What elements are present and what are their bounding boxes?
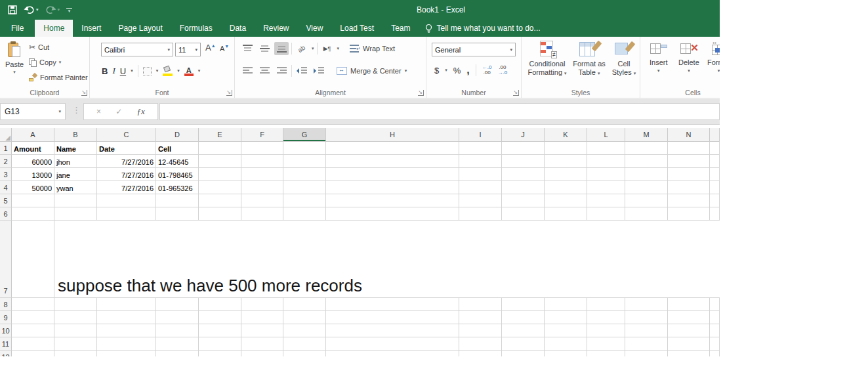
cell-A7[interactable] <box>12 221 54 298</box>
cell-K11[interactable] <box>545 337 587 351</box>
cell-H11[interactable] <box>326 337 459 351</box>
cell-H7[interactable] <box>326 221 459 298</box>
cell-E3[interactable] <box>199 168 241 181</box>
cell-N1[interactable] <box>668 142 710 155</box>
cell-D5[interactable] <box>156 194 199 207</box>
column-header-L[interactable]: L <box>587 128 625 142</box>
cell-K9[interactable] <box>545 311 587 324</box>
cell-A9[interactable] <box>12 311 54 324</box>
cell-F1[interactable] <box>241 142 283 155</box>
cell-D2[interactable]: 12-45645 <box>156 155 199 168</box>
row-header-5[interactable]: 5 <box>0 194 12 207</box>
cell-F10[interactable] <box>241 324 283 337</box>
cell-H5[interactable] <box>326 194 459 207</box>
cell-I4[interactable] <box>459 181 502 194</box>
cell-A4[interactable]: 50000 <box>12 181 54 194</box>
cell-H4[interactable] <box>326 181 459 194</box>
cell-C1[interactable]: Date <box>97 142 156 155</box>
cell-O5[interactable] <box>710 194 720 207</box>
cell-J6[interactable] <box>502 207 545 221</box>
cell-N11[interactable] <box>668 337 710 351</box>
cell-O9[interactable] <box>710 311 720 324</box>
cell-E6[interactable] <box>199 207 241 221</box>
cell-M12[interactable] <box>625 351 668 356</box>
cell-C8[interactable] <box>97 298 156 311</box>
cell-L11[interactable] <box>587 337 625 351</box>
cell-J7[interactable] <box>502 221 545 298</box>
column-header-partial[interactable] <box>710 128 720 142</box>
cell-F6[interactable] <box>241 207 283 221</box>
cell-O3[interactable] <box>710 168 720 181</box>
cell-B4[interactable]: ywan <box>54 181 97 194</box>
cell-D7[interactable] <box>156 221 199 298</box>
cell-A12[interactable] <box>12 351 54 356</box>
cell-D6[interactable] <box>156 207 199 221</box>
cell-G2[interactable] <box>283 155 326 168</box>
cell-L5[interactable] <box>587 194 625 207</box>
cell-E8[interactable] <box>199 298 241 311</box>
cell-B9[interactable] <box>54 311 97 324</box>
cell-A2[interactable]: 60000 <box>12 155 54 168</box>
cell-F3[interactable] <box>241 168 283 181</box>
column-header-A[interactable]: A <box>12 128 54 142</box>
cell-O4[interactable] <box>710 181 720 194</box>
cell-E1[interactable] <box>199 142 241 155</box>
row-header-3[interactable]: 3 <box>0 168 12 181</box>
cell-D8[interactable] <box>156 298 199 311</box>
cell-C3[interactable]: 7/27/2016 <box>97 168 156 181</box>
cell-B3[interactable]: jane <box>54 168 97 181</box>
cell-K2[interactable] <box>545 155 587 168</box>
cell-D11[interactable] <box>156 337 199 351</box>
cell-J8[interactable] <box>502 298 545 311</box>
column-header-E[interactable]: E <box>199 128 241 142</box>
cell-C7[interactable] <box>97 221 156 298</box>
cell-N12[interactable] <box>668 351 710 356</box>
cell-E11[interactable] <box>199 337 241 351</box>
cell-E2[interactable] <box>199 155 241 168</box>
cell-M1[interactable] <box>625 142 668 155</box>
cell-I5[interactable] <box>459 194 502 207</box>
cell-N7[interactable] <box>668 221 710 298</box>
cell-B11[interactable] <box>54 337 97 351</box>
cell-N2[interactable] <box>668 155 710 168</box>
select-all-button[interactable]: ◢ <box>0 128 12 142</box>
column-header-I[interactable]: I <box>459 128 502 142</box>
cell-B6[interactable] <box>54 207 97 221</box>
cell-O6[interactable] <box>710 207 720 221</box>
column-header-M[interactable]: M <box>625 128 668 142</box>
row-header-8[interactable]: 8 <box>0 298 12 311</box>
cell-I1[interactable] <box>459 142 502 155</box>
cell-A11[interactable] <box>12 337 54 351</box>
row-header-7[interactable]: 7 <box>0 221 12 298</box>
column-header-G[interactable]: G <box>283 128 326 142</box>
cell-M5[interactable] <box>625 194 668 207</box>
cell-J5[interactable] <box>502 194 545 207</box>
cell-O1[interactable] <box>710 142 720 155</box>
cell-K7[interactable] <box>545 221 587 298</box>
cell-J11[interactable] <box>502 337 545 351</box>
cell-C4[interactable]: 7/27/2016 <box>97 181 156 194</box>
cell-J10[interactable] <box>502 324 545 337</box>
cell-D1[interactable]: Cell <box>156 142 199 155</box>
cell-N6[interactable] <box>668 207 710 221</box>
row-header-2[interactable]: 2 <box>0 155 12 168</box>
cell-D10[interactable] <box>156 324 199 337</box>
cell-G4[interactable] <box>283 181 326 194</box>
cell-B5[interactable] <box>54 194 97 207</box>
cell-B2[interactable]: jhon <box>54 155 97 168</box>
cell-E9[interactable] <box>199 311 241 324</box>
cell-H1[interactable] <box>326 142 459 155</box>
cell-I3[interactable] <box>459 168 502 181</box>
cell-M4[interactable] <box>625 181 668 194</box>
row-header-1[interactable]: 1 <box>0 142 12 155</box>
cell-G8[interactable] <box>283 298 326 311</box>
cell-F4[interactable] <box>241 181 283 194</box>
cell-M7[interactable] <box>625 221 668 298</box>
cell-K12[interactable] <box>545 351 587 356</box>
cell-O10[interactable] <box>710 324 720 337</box>
cell-M3[interactable] <box>625 168 668 181</box>
cell-C12[interactable] <box>97 351 156 356</box>
cell-H6[interactable] <box>326 207 459 221</box>
cell-J9[interactable] <box>502 311 545 324</box>
cell-L8[interactable] <box>587 298 625 311</box>
